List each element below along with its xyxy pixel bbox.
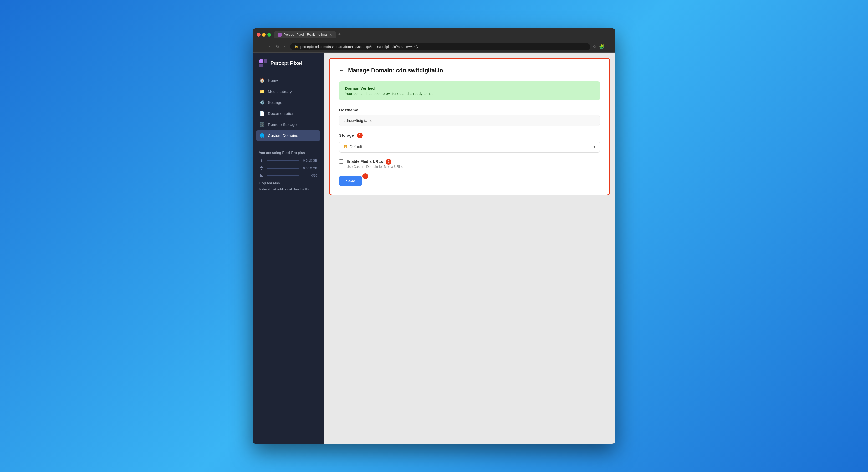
images-icon: 🖼 bbox=[259, 173, 264, 178]
sidebar-footer: You are using Pixel Pro plan ⬆ 0.0/10 GB… bbox=[253, 146, 323, 191]
bandwidth-usage-text: 0.0/50 GB bbox=[302, 167, 317, 170]
tab-favicon bbox=[278, 33, 282, 36]
hostname-field-group: Hostname bbox=[339, 108, 600, 126]
home-nav-button[interactable]: ⌂ bbox=[283, 43, 287, 50]
upload-icon: ⬆ bbox=[259, 158, 264, 163]
remote-storage-icon: 🗄️ bbox=[259, 122, 265, 127]
page-title: Manage Domain: cdn.swftdigital.io bbox=[348, 67, 443, 74]
sidebar-nav: 🏠 Home 📁 Media Library ⚙️ Settings 📄 Doc… bbox=[253, 75, 323, 141]
enable-media-urls-desc: Use Custom Domain for Media URLs bbox=[346, 165, 403, 169]
browser-window: Percept Pixel - Realtime Ima ✕ + ← → ↻ ⌂… bbox=[253, 28, 615, 444]
minimize-button[interactable] bbox=[262, 33, 266, 36]
sidebar-item-settings-label: Settings bbox=[268, 100, 282, 105]
logo-area: Percept Pixel bbox=[253, 59, 323, 75]
sidebar-item-custom-domains[interactable]: 🌐 Custom Domains bbox=[256, 130, 320, 141]
logo-icon bbox=[259, 59, 268, 68]
address-bar[interactable]: 🔒 perceptpixel.com/dashboard/domains/set… bbox=[290, 43, 590, 50]
save-badge: 3 bbox=[363, 173, 368, 179]
sidebar-item-remote-storage-label: Remote Storage bbox=[268, 122, 297, 127]
manage-domain-card: ← Manage Domain: cdn.swftdigital.io Doma… bbox=[329, 58, 610, 195]
back-button[interactable]: ← bbox=[339, 67, 344, 73]
hostname-input[interactable] bbox=[339, 115, 600, 126]
hostname-label: Hostname bbox=[339, 108, 600, 112]
bandwidth-icon: ⏱ bbox=[259, 166, 264, 171]
save-button[interactable]: Save bbox=[339, 176, 362, 186]
storage-field-group: Storage 1 🖼 Default ▾ bbox=[339, 132, 600, 152]
svg-rect-0 bbox=[259, 59, 263, 63]
maximize-button[interactable] bbox=[267, 33, 271, 36]
extensions-icon[interactable]: 🧩 bbox=[599, 44, 604, 49]
svg-rect-2 bbox=[259, 64, 263, 67]
refresh-nav-button[interactable]: ↻ bbox=[275, 43, 280, 50]
bandwidth-bar-wrap bbox=[267, 168, 299, 169]
enable-media-urls-title: Enable Media URLs 2 bbox=[346, 159, 403, 165]
bookmark-icon[interactable]: ☆ bbox=[593, 44, 596, 49]
success-message: Your domain has been provisioned and is … bbox=[345, 91, 594, 96]
toolbar-actions: ☆ 🧩 ⋮ bbox=[593, 44, 611, 49]
traffic-lights bbox=[257, 33, 271, 36]
main-content: ← Manage Domain: cdn.swftdigital.io Doma… bbox=[323, 53, 615, 444]
usage-row-images: 🖼 0/10 bbox=[259, 173, 317, 178]
settings-icon: ⚙️ bbox=[259, 100, 265, 105]
forward-nav-button[interactable]: → bbox=[266, 43, 272, 50]
back-nav-button[interactable]: ← bbox=[257, 43, 263, 50]
storage-select-left: 🖼 Default bbox=[344, 144, 362, 149]
home-icon: 🏠 bbox=[259, 78, 265, 83]
success-title: Domain Verified bbox=[345, 86, 594, 90]
enable-media-badge: 2 bbox=[385, 159, 392, 165]
sidebar-item-custom-domains-label: Custom Domains bbox=[268, 133, 298, 138]
media-library-icon: 📁 bbox=[259, 89, 265, 94]
sidebar-item-home[interactable]: 🏠 Home bbox=[256, 75, 320, 86]
chevron-down-icon: ▾ bbox=[593, 144, 595, 149]
sidebar-item-home-label: Home bbox=[268, 78, 278, 83]
logo-text: Percept Pixel bbox=[271, 60, 302, 66]
app-container: Percept Pixel 🏠 Home 📁 Media Library ⚙️ … bbox=[253, 53, 615, 444]
storage-badge: 1 bbox=[357, 132, 363, 138]
active-tab[interactable]: Percept Pixel - Realtime Ima ✕ bbox=[274, 31, 336, 38]
plan-label: You are using Pixel Pro plan bbox=[259, 151, 317, 155]
sidebar-item-documentation-label: Documentation bbox=[268, 111, 294, 116]
sidebar-item-remote-storage[interactable]: 🗄️ Remote Storage bbox=[256, 119, 320, 130]
usage-row-bandwidth: ⏱ 0.0/50 GB bbox=[259, 166, 317, 171]
svg-rect-1 bbox=[264, 59, 267, 63]
page-header: ← Manage Domain: cdn.swftdigital.io bbox=[339, 67, 600, 74]
success-banner: Domain Verified Your domain has been pro… bbox=[339, 81, 600, 100]
storage-select-icon: 🖼 bbox=[344, 144, 347, 149]
tab-close-button[interactable]: ✕ bbox=[329, 33, 332, 37]
close-button[interactable] bbox=[257, 33, 260, 36]
sidebar-item-media-library-label: Media Library bbox=[268, 89, 292, 94]
sidebar-item-settings[interactable]: ⚙️ Settings bbox=[256, 97, 320, 108]
images-bar-wrap bbox=[267, 175, 299, 176]
usage-row-upload: ⬆ 0.0/10 GB bbox=[259, 158, 317, 163]
images-usage-text: 0/10 bbox=[302, 174, 317, 177]
upgrade-plan-link[interactable]: Upgrade Plan bbox=[259, 181, 317, 185]
tab-bar: Percept Pixel - Realtime Ima ✕ + bbox=[274, 31, 611, 38]
sidebar: Percept Pixel 🏠 Home 📁 Media Library ⚙️ … bbox=[253, 53, 323, 444]
enable-media-urls-label-wrap: Enable Media URLs 2 Use Custom Domain fo… bbox=[346, 159, 403, 169]
upload-bar-wrap bbox=[267, 160, 299, 161]
new-tab-button[interactable]: + bbox=[338, 32, 341, 37]
lock-icon: 🔒 bbox=[294, 45, 298, 49]
sidebar-item-documentation[interactable]: 📄 Documentation bbox=[256, 108, 320, 119]
enable-media-urls-row: Enable Media URLs 2 Use Custom Domain fo… bbox=[339, 159, 600, 169]
url-text: perceptpixel.com/dashboard/domains/setti… bbox=[301, 45, 418, 49]
documentation-icon: 📄 bbox=[259, 111, 265, 116]
browser-titlebar: Percept Pixel - Realtime Ima ✕ + bbox=[253, 28, 615, 41]
upload-usage-text: 0.0/10 GB bbox=[302, 159, 317, 163]
save-button-wrap: Save 3 bbox=[339, 176, 362, 186]
sidebar-item-media-library[interactable]: 📁 Media Library bbox=[256, 86, 320, 97]
storage-select[interactable]: 🖼 Default ▾ bbox=[339, 141, 600, 152]
menu-icon[interactable]: ⋮ bbox=[607, 44, 611, 49]
storage-select-value: Default bbox=[350, 144, 362, 149]
storage-label: Storage 1 bbox=[339, 132, 600, 138]
enable-media-urls-checkbox[interactable] bbox=[339, 159, 343, 164]
refer-link[interactable]: Refer & get additional Bandwidth bbox=[259, 187, 317, 191]
browser-toolbar: ← → ↻ ⌂ 🔒 perceptpixel.com/dashboard/dom… bbox=[253, 41, 615, 53]
tab-title: Percept Pixel - Realtime Ima bbox=[284, 33, 327, 36]
custom-domains-icon: 🌐 bbox=[259, 133, 265, 138]
